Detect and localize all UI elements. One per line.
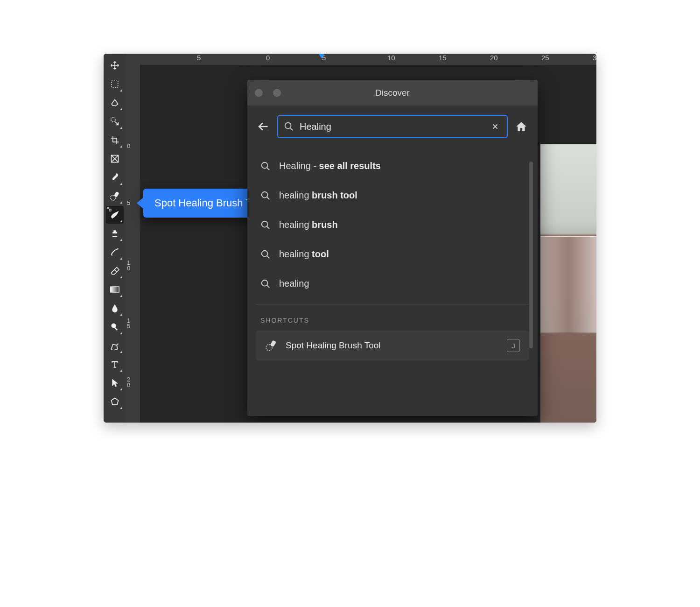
scrollbar[interactable] [529,162,533,348]
section-label-shortcuts: SHORTCUTS [247,310,538,329]
ruler-tick-label: 1 0 [127,260,136,271]
svg-rect-0 [112,81,118,87]
suggestion-see-all[interactable]: Healing - see all results [247,151,538,181]
move-tool[interactable] [106,56,124,74]
window-close-icon[interactable] [255,89,263,97]
frame-tool[interactable] [106,150,124,168]
shortcut-spot-healing-brush[interactable]: Spot Healing Brush Tool J [256,331,529,360]
ruler-tick-label: 10 [387,54,395,62]
suggestion-item[interactable]: healing [247,269,538,298]
brush-tool[interactable] [106,206,124,224]
app-window: 5 0 5 10 15 20 25 30 0 5 1 0 1 5 2 0 Spo… [104,54,596,423]
ruler-tick-label: 25 [541,54,549,62]
suggestion-item[interactable]: healing brush [247,210,538,240]
search-icon [260,220,271,230]
ruler-tick-label: 2 0 [127,377,136,388]
history-brush-tool[interactable] [106,243,124,261]
ruler-tick-label: 30 [593,54,596,62]
svg-point-1 [111,118,115,122]
svg-rect-9 [114,327,118,331]
ruler-tick-label: 5 [197,54,201,62]
eyedropper-tool[interactable] [106,169,124,186]
clear-search-button[interactable] [489,120,501,133]
search-field[interactable] [277,115,508,138]
search-icon [260,191,271,201]
quick-selection-tool[interactable] [106,113,124,130]
svg-rect-18 [271,340,276,346]
clone-stamp-tool[interactable] [106,225,124,242]
eraser-tool[interactable] [106,262,124,280]
shortcut-label: Spot Healing Brush Tool [286,340,381,351]
discover-title: Discover [375,88,410,98]
svg-point-11 [285,123,291,129]
lasso-tool[interactable] [106,94,124,112]
document-image [540,144,596,423]
ruler-tick-label: 0 [266,54,270,62]
suggestion-item[interactable]: healing brush tool [247,181,538,210]
discover-panel: Discover Healing - see all results [247,80,538,416]
svg-point-15 [262,250,268,256]
svg-rect-4 [114,192,119,197]
tools-panel [104,54,126,423]
ruler-tick-label: 15 [439,54,447,62]
ruler-tick-label: 20 [490,54,498,62]
divider [256,304,529,304]
search-icon [284,121,294,132]
ruler-horizontal: 5 0 5 10 15 20 25 30 [126,54,596,65]
crop-tool[interactable] [106,131,124,149]
svg-point-16 [262,280,268,286]
svg-point-14 [262,221,268,227]
type-tool[interactable] [106,355,124,373]
ruler-tick-label: 5 [127,200,136,206]
search-input[interactable] [300,121,483,132]
home-button[interactable] [513,119,529,134]
svg-rect-7 [111,287,119,292]
spot-healing-brush-icon [265,339,277,352]
search-icon [260,279,271,289]
ruler-tick-label: 0 [127,143,136,149]
search-icon [260,161,271,171]
dodge-tool[interactable] [106,318,124,336]
window-minimize-icon[interactable] [273,89,281,97]
svg-rect-5 [107,207,109,209]
suggestion-item[interactable]: healing tool [247,240,538,269]
pen-tool[interactable] [106,337,124,354]
ruler-tick-label: 1 5 [127,318,136,329]
gradient-tool[interactable] [106,281,124,298]
svg-marker-10 [112,398,119,405]
spot-healing-brush-tool[interactable] [106,187,124,205]
blur-tool[interactable] [106,299,124,317]
svg-point-13 [262,191,268,198]
shape-tool[interactable] [106,393,124,410]
back-button[interactable] [256,119,272,134]
shortcut-key: J [507,339,520,352]
ruler-vertical: 0 5 1 0 1 5 2 0 [126,65,140,423]
search-icon [260,249,271,260]
discover-titlebar[interactable]: Discover [247,80,538,106]
marquee-tool[interactable] [106,75,124,93]
path-selection-tool[interactable] [106,374,124,392]
svg-rect-6 [109,209,111,211]
ruler-cursor-marker [319,54,324,58]
svg-point-12 [262,162,268,168]
